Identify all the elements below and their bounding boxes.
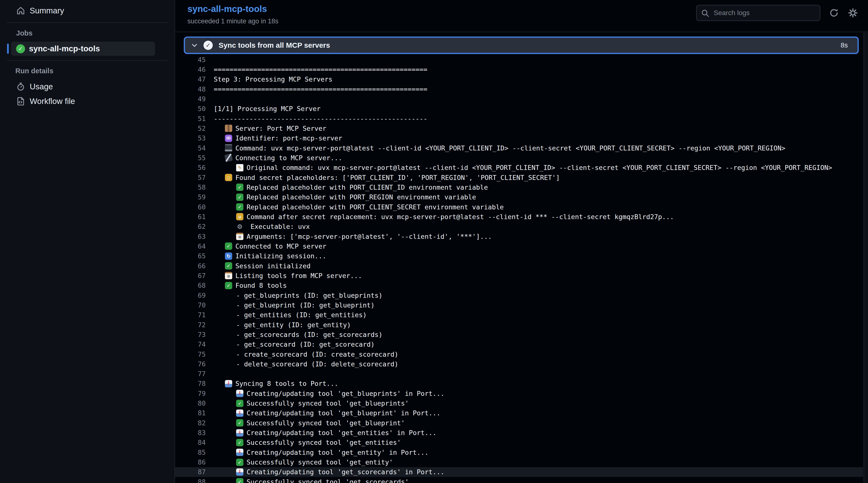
log-line[interactable]: 83Creating/updating tool 'get_entities' … [175,428,863,437]
line-number[interactable]: 64 [175,242,206,250]
line-number[interactable]: 69 [175,292,206,299]
log-line[interactable]: 59Replaced placeholder with PORT_REGION … [175,192,863,202]
line-number[interactable]: 61 [175,213,206,220]
run-title-link[interactable]: sync-all-mcp-tools [187,4,278,14]
line-number[interactable]: 63 [175,233,206,240]
line-number[interactable]: 67 [175,272,206,279]
log-line[interactable]: 49 [175,94,863,104]
log-line[interactable]: 55Connecting to MCP server... [175,153,863,162]
line-number[interactable]: 73 [175,331,206,338]
log-line[interactable]: 51--------------------------------------… [175,114,863,123]
log-line[interactable]: 74- get_scorecard (ID: get_scorecard) [175,340,863,349]
line-number[interactable]: 55 [175,154,206,162]
line-number[interactable]: 48 [175,86,206,93]
log-line[interactable]: 62 Executable: uvx [175,222,863,232]
line-number[interactable]: 86 [175,458,206,466]
log-line[interactable]: 80Successfully synced tool 'get_blueprin… [175,398,863,408]
log-line[interactable]: 70- get_blueprint (ID: get_blueprint) [175,300,863,310]
line-number[interactable]: 54 [175,144,206,152]
sidebar-item-summary[interactable]: Summary [4,3,170,18]
line-text: [1/1] Processing MCP Server [214,105,320,113]
line-number[interactable]: 83 [175,429,206,436]
log-line[interactable]: 53Identifier: port-mcp-server [175,133,863,143]
log-line[interactable]: 69- get_blueprints (ID: get_blueprints) [175,291,863,300]
line-number[interactable]: 82 [175,419,206,427]
log-line[interactable]: 65Initializing session... [175,251,863,261]
log-line[interactable]: 76- delete_scorecard (ID: delete_scoreca… [175,359,863,369]
line-number[interactable]: 75 [175,351,206,358]
stopwatch-icon [16,82,25,91]
log-line[interactable]: 47Step 3: Processing MCP Servers [175,74,863,84]
log-line[interactable]: 45 [175,55,863,64]
log-line[interactable]: 57Found secret placeholders: ['PORT_CLIE… [175,173,863,182]
line-number[interactable]: 88 [175,478,206,483]
log-line[interactable]: 66Session initialized [175,261,863,271]
log-line[interactable]: 85Creating/updating tool 'get_entity' in… [175,448,863,457]
log-line[interactable]: 82Successfully synced tool 'get_blueprin… [175,418,863,428]
line-number[interactable]: 81 [175,409,206,417]
log-line[interactable]: 84Successfully synced tool 'get_entities… [175,438,863,448]
log-line[interactable]: 86Successfully synced tool 'get_entity' [175,457,863,467]
log-group-header[interactable]: ✓ Sync tools from all MCP servers 8s [184,36,859,54]
log-line[interactable]: 73- get_scorecards (ID: get_scorecards) [175,330,863,339]
log-settings-button[interactable] [847,7,858,18]
line-number[interactable]: 51 [175,115,206,122]
log-line[interactable]: 78Syncing 8 tools to Port... [175,379,863,389]
line-number[interactable]: 80 [175,399,206,407]
log-line[interactable]: 88Successfully synced tool 'get_scorecar… [175,477,863,483]
line-number[interactable]: 53 [175,134,206,142]
line-number[interactable]: 66 [175,262,206,270]
line-number[interactable]: 78 [175,380,206,387]
line-number[interactable]: 57 [175,174,206,181]
log-line[interactable]: 75- create_scorecard (ID: create_scoreca… [175,349,863,359]
line-number[interactable]: 59 [175,193,206,201]
log-line[interactable]: 50[1/1] Processing MCP Server [175,104,863,114]
log-line[interactable]: 46======================================… [175,64,863,74]
log-line[interactable]: 87Creating/updating tool 'get_scorecards… [175,467,863,477]
line-number[interactable]: 52 [175,125,206,132]
log-line[interactable]: 72- get_entity (ID: get_entity) [175,320,863,330]
line-number[interactable]: 74 [175,340,206,348]
log-line[interactable]: 52Server: Port MCP Server [175,123,863,133]
line-number[interactable]: 85 [175,449,206,456]
line-number[interactable]: 49 [175,95,206,103]
line-number[interactable]: 87 [175,468,206,476]
line-number[interactable]: 70 [175,301,206,309]
log-line[interactable]: 56Original command: uvx mcp-server-port@… [175,163,863,173]
refresh-logs-button[interactable] [829,7,839,18]
line-number[interactable]: 68 [175,282,206,289]
line-number[interactable]: 58 [175,184,206,191]
line-number[interactable]: 72 [175,321,206,329]
line-number[interactable]: 77 [175,370,206,378]
sidebar-job-sync-all-mcp-tools[interactable]: ✓ sync-all-mcp-tools [11,42,155,56]
search-logs-input[interactable] [696,5,820,21]
log-line[interactable]: 60Replaced placeholder with PORT_CLIENT_… [175,202,863,212]
line-number[interactable]: 47 [175,76,206,83]
line-number[interactable]: 46 [175,66,206,73]
log-line[interactable]: 61Command after secret replacement: uvx … [175,212,863,221]
log-line[interactable]: 58Replaced placeholder with PORT_CLIENT_… [175,182,863,192]
log-scrollbar-gutter[interactable] [864,33,868,483]
log-line[interactable]: 81Creating/updating tool 'get_blueprint'… [175,408,863,418]
log-line[interactable]: 63Arguments: ['mcp-server-port@latest', … [175,232,863,241]
line-number[interactable]: 56 [175,164,206,171]
line-number[interactable]: 65 [175,252,206,260]
log-line[interactable]: 68Found 8 tools [175,281,863,291]
log-line[interactable]: 71- get_entities (ID: get_entities) [175,310,863,320]
line-number[interactable]: 76 [175,360,206,368]
line-number[interactable]: 71 [175,311,206,319]
sidebar-item-usage[interactable]: Usage [4,79,170,94]
log-line[interactable]: 67Listing tools from MCP server... [175,271,863,280]
line-number[interactable]: 62 [175,223,206,230]
line-number[interactable]: 79 [175,390,206,397]
line-number[interactable]: 60 [175,203,206,211]
sidebar-item-workflow-file[interactable]: Workflow file [4,94,170,109]
log-line[interactable]: 79Creating/updating tool 'get_blueprints… [175,389,863,398]
line-number[interactable]: 45 [175,56,206,64]
line-number[interactable]: 84 [175,439,206,446]
log-line[interactable]: 77 [175,369,863,379]
line-number[interactable]: 50 [175,105,206,113]
log-line[interactable]: 64Connected to MCP server [175,241,863,251]
log-line[interactable]: 48======================================… [175,84,863,94]
log-line[interactable]: 54Command: uvx mcp-server-port@latest --… [175,143,863,153]
